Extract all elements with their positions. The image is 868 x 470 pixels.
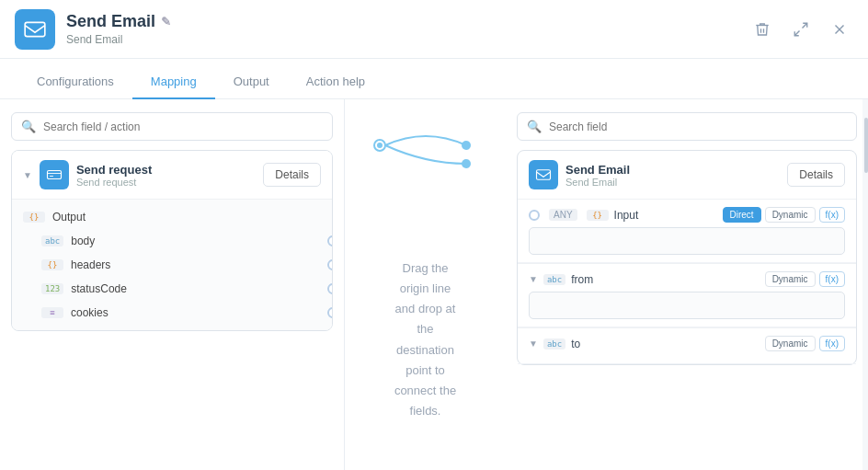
- tree-item-cookies: ≡ cookies: [12, 301, 332, 325]
- source-name: Send request: [76, 163, 152, 177]
- badge-fx-input[interactable]: f(x): [819, 207, 845, 223]
- source-tree: {} Output abc body {} headers: [12, 199, 332, 330]
- svg-rect-5: [47, 171, 61, 179]
- dest-details-button[interactable]: Details: [787, 163, 845, 187]
- tab-output[interactable]: Output: [215, 65, 288, 99]
- connection-lines: [371, 118, 481, 191]
- source-subtitle: Send request: [76, 177, 152, 188]
- badge-fx-from[interactable]: f(x): [819, 271, 845, 287]
- field-section-from: ▼ abc from Dynamic f(x): [518, 263, 856, 327]
- field-row-to: ▼ abc to Dynamic f(x): [518, 328, 856, 364]
- field-section-to: ▼ abc to Dynamic f(x): [518, 327, 856, 364]
- field-section-input: ANY {} Input Direct Dynamic f(x): [518, 199, 856, 263]
- svg-rect-12: [537, 170, 551, 180]
- statuscode-type-icon: 123: [41, 283, 63, 294]
- dest-header: Send Email Send Email Details: [518, 151, 856, 199]
- header-title-block: Send Email ✎ Send Email: [66, 12, 171, 46]
- right-search-bar[interactable]: 🔍: [517, 112, 857, 141]
- edit-icon[interactable]: ✎: [161, 15, 171, 29]
- svg-point-9: [377, 143, 383, 148]
- cookies-connect-dot[interactable]: [327, 307, 333, 318]
- cookies-type-icon: ≡: [41, 307, 63, 318]
- dest-subtitle: Send Email: [565, 177, 630, 188]
- from-badge-group: Dynamic f(x): [765, 271, 845, 287]
- svg-line-1: [803, 23, 807, 28]
- badge-dynamic-to[interactable]: Dynamic: [765, 336, 816, 351]
- source-block: ▼ Send request Send request Details: [11, 150, 333, 331]
- app-icon: [15, 9, 55, 50]
- tree-item-headers: {} headers: [12, 253, 332, 277]
- left-search-icon: 🔍: [21, 120, 36, 133]
- header-actions: [748, 16, 853, 43]
- left-search-input[interactable]: [43, 120, 323, 133]
- tab-action-help[interactable]: Action help: [288, 65, 383, 99]
- field-label-to: to: [571, 338, 580, 350]
- left-search-bar[interactable]: 🔍: [11, 112, 333, 141]
- badge-dynamic-from[interactable]: Dynamic: [765, 271, 816, 287]
- headers-type-icon: {}: [41, 259, 63, 270]
- svg-point-11: [462, 159, 471, 168]
- badge-fx-to[interactable]: f(x): [819, 336, 845, 351]
- input-connect-dot[interactable]: [529, 210, 540, 221]
- center-panel: Drag the origin line and drop at the des…: [345, 99, 506, 470]
- main-content: 🔍 ▼ Send request Send reque: [0, 99, 868, 470]
- dest-name: Send Email: [565, 163, 630, 177]
- headers-connect-dot[interactable]: [327, 259, 333, 270]
- field-header-from: ▼ abc from Dynamic f(x): [529, 271, 845, 287]
- tree-item-headers-label: headers: [71, 258, 110, 271]
- right-search-input[interactable]: [549, 120, 847, 133]
- tabs: Configurations Mapping Output Action hel…: [0, 59, 868, 99]
- expand-button[interactable]: [787, 16, 815, 43]
- collapse-arrow-icon[interactable]: ▼: [23, 170, 32, 180]
- to-badge-group: Dynamic f(x): [765, 336, 845, 351]
- tree-output-label: Output: [52, 211, 86, 224]
- field-row-from: ▼ abc from Dynamic f(x): [518, 264, 856, 327]
- badge-dynamic-input[interactable]: Dynamic: [765, 207, 816, 223]
- field-header-to: ▼ abc to Dynamic f(x): [529, 336, 845, 351]
- any-badge: ANY: [549, 209, 577, 221]
- right-search-icon: 🔍: [527, 120, 542, 133]
- svg-point-10: [462, 141, 471, 150]
- header-subtitle: Send Email: [66, 33, 171, 46]
- body-type-icon: abc: [41, 235, 63, 246]
- drag-hint: Drag the origin line and drop at the des…: [394, 258, 456, 421]
- source-details-button[interactable]: Details: [263, 163, 321, 187]
- tree-item-cookies-label: cookies: [71, 306, 108, 319]
- input-type-icon: {}: [587, 210, 609, 221]
- field-input-input[interactable]: [529, 227, 845, 255]
- chevron-to-icon[interactable]: ▼: [529, 338, 538, 349]
- field-label-from: from: [571, 273, 593, 286]
- field-header-input: ANY {} Input Direct Dynamic f(x): [529, 207, 845, 223]
- statuscode-connect-dot[interactable]: [327, 283, 333, 294]
- scroll-indicator: [862, 99, 868, 470]
- close-button[interactable]: [826, 16, 853, 43]
- scroll-thumb[interactable]: [864, 118, 868, 173]
- from-type-icon: abc: [543, 274, 565, 285]
- field-label-input: Input: [614, 209, 639, 222]
- page-title: Send Email ✎: [66, 12, 171, 31]
- badge-direct[interactable]: Direct: [723, 207, 761, 223]
- tree-output-group: {} Output: [12, 205, 332, 229]
- input-badge-group: Direct Dynamic f(x): [723, 207, 845, 223]
- to-type-icon: abc: [543, 338, 565, 350]
- header: Send Email ✎ Send Email: [0, 0, 868, 59]
- destination-block: Send Email Send Email Details ANY {} Inp…: [517, 150, 857, 365]
- field-input-from[interactable]: [529, 292, 845, 319]
- delete-button[interactable]: [748, 16, 776, 43]
- tree-item-statuscode: 123 statusCode: [12, 277, 332, 301]
- header-left: Send Email ✎ Send Email: [15, 9, 171, 50]
- source-icon: [40, 160, 69, 189]
- svg-line-2: [794, 30, 799, 35]
- source-name-block: Send request Send request: [76, 163, 152, 188]
- source-header-left: ▼ Send request Send request: [23, 160, 152, 189]
- body-connect-dot[interactable]: [327, 235, 333, 246]
- dest-icon: [529, 160, 558, 189]
- svg-rect-0: [25, 22, 45, 36]
- chevron-from-icon[interactable]: ▼: [529, 274, 538, 284]
- tab-mapping[interactable]: Mapping: [132, 65, 215, 99]
- tree-item-body: abc body: [12, 229, 332, 253]
- right-panel: 🔍 Send Email Send Email: [506, 99, 868, 470]
- tree-item-statuscode-label: statusCode: [71, 282, 127, 295]
- tab-configurations[interactable]: Configurations: [18, 65, 132, 99]
- source-header: ▼ Send request Send request Details: [12, 151, 332, 199]
